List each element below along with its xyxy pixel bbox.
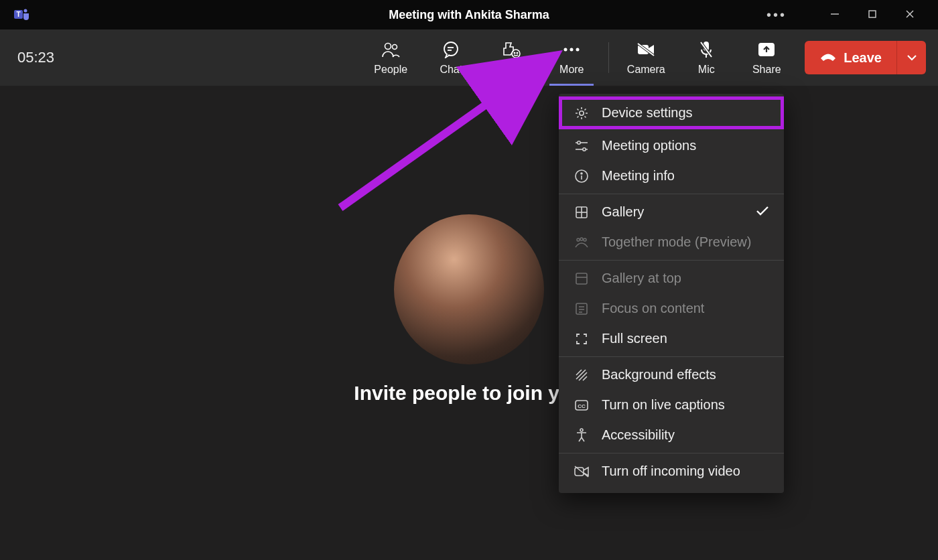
menu-accessibility[interactable]: Accessibility: [559, 420, 784, 450]
menu-label: Accessibility: [602, 427, 675, 443]
people-button[interactable]: People: [360, 29, 421, 86]
more-icon: [562, 40, 581, 60]
menu-label: Gallery: [602, 204, 644, 220]
leave-dropdown-button[interactable]: [896, 41, 926, 74]
svg-point-17: [576, 48, 580, 52]
menu-meeting-options[interactable]: Meeting options: [559, 131, 784, 161]
video-off-icon: [574, 465, 590, 478]
svg-point-2: [24, 9, 27, 13]
titlebar-more-icon[interactable]: •••: [766, 7, 787, 23]
gallery-top-icon: [574, 272, 590, 285]
menu-label: Background effects: [602, 367, 716, 382]
menu-together-mode: Together mode (Preview): [559, 227, 784, 257]
svg-line-48: [579, 372, 587, 380]
camera-off-icon: [636, 40, 656, 60]
menu-label: Together mode (Preview): [602, 234, 751, 250]
svg-point-12: [512, 50, 520, 58]
menu-separator: [559, 356, 784, 357]
more-label: More: [559, 64, 584, 76]
meeting-toolbar: 05:23 People Chat: [0, 29, 938, 86]
mic-off-icon: [698, 40, 714, 60]
info-icon: [574, 169, 590, 184]
window-title: Meeting with Ankita Sharma: [389, 8, 549, 22]
react-button[interactable]: React: [481, 29, 541, 86]
menu-label: Focus on content: [602, 301, 704, 316]
svg-text:CC: CC: [578, 403, 586, 409]
people-label: People: [374, 64, 407, 76]
menu-device-settings[interactable]: Device settings: [559, 96, 784, 129]
svg-point-52: [580, 429, 583, 431]
react-label: React: [497, 64, 525, 76]
react-icon: [501, 40, 521, 60]
participant-avatar: [394, 214, 544, 364]
checkmark-icon: [756, 204, 769, 220]
mic-button[interactable]: Mic: [676, 29, 736, 86]
menu-label: Turn off incoming video: [602, 464, 740, 479]
share-button[interactable]: Share: [736, 29, 797, 86]
camera-button[interactable]: Camera: [616, 29, 676, 86]
close-button[interactable]: [900, 8, 919, 22]
svg-text:T: T: [16, 11, 20, 18]
menu-focus-on-content: Focus on content: [559, 293, 784, 324]
menu-gallery-at-top: Gallery at top: [559, 263, 784, 293]
camera-label: Camera: [627, 64, 665, 76]
chat-button[interactable]: Chat: [421, 29, 481, 86]
svg-point-39: [584, 238, 586, 241]
fullscreen-icon: [574, 332, 590, 346]
menu-background-effects[interactable]: Background effects: [559, 360, 784, 390]
svg-point-26: [580, 111, 584, 115]
svg-rect-4: [869, 11, 876, 17]
share-label: Share: [752, 64, 781, 76]
gear-icon: [574, 106, 590, 121]
menu-separator: [559, 194, 784, 194]
menu-label: Device settings: [602, 105, 693, 121]
mic-label: Mic: [698, 64, 715, 76]
leave-button[interactable]: Leave: [805, 41, 896, 74]
captions-icon: CC: [574, 399, 590, 411]
svg-line-49: [583, 376, 587, 380]
svg-point-30: [583, 147, 586, 150]
menu-live-captions[interactable]: CC Turn on live captions: [559, 390, 784, 420]
sliders-icon: [574, 139, 590, 153]
more-button[interactable]: More: [541, 29, 602, 86]
titlebar: T Meeting with Ankita Sharma •••: [0, 0, 938, 29]
menu-label: Gallery at top: [602, 271, 681, 286]
svg-point-32: [581, 173, 582, 174]
svg-rect-40: [576, 273, 587, 284]
share-icon: [757, 40, 776, 60]
leave-label: Leave: [844, 50, 882, 66]
hangup-icon: [819, 50, 837, 66]
minimize-button[interactable]: [825, 8, 844, 22]
toolbar-divider: [608, 42, 609, 73]
svg-point-38: [580, 238, 583, 240]
menu-turn-off-incoming-video[interactable]: Turn off incoming video: [559, 456, 784, 486]
menu-label: Full screen: [602, 331, 667, 346]
meeting-stage: Invite people to join you: [0, 86, 938, 560]
chat-icon: [442, 40, 460, 60]
maximize-button[interactable]: [863, 8, 882, 22]
background-effects-icon: [574, 368, 590, 382]
menu-meeting-info[interactable]: Meeting info: [559, 161, 784, 191]
svg-point-13: [515, 52, 515, 53]
svg-point-9: [444, 42, 458, 56]
menu-gallery[interactable]: Gallery: [559, 197, 784, 227]
window-controls: •••: [766, 7, 933, 23]
grid-icon: [574, 206, 590, 219]
focus-content-icon: [574, 302, 590, 316]
chat-label: Chat: [440, 64, 462, 76]
menu-label: Turn on live captions: [602, 397, 725, 413]
together-icon: [574, 236, 590, 249]
meeting-timer: 05:23: [17, 49, 54, 66]
menu-separator: [559, 260, 784, 261]
svg-point-8: [393, 45, 397, 50]
svg-point-28: [578, 141, 580, 143]
svg-point-37: [577, 238, 580, 241]
svg-point-16: [570, 48, 574, 52]
menu-label: Meeting options: [602, 138, 696, 153]
svg-point-7: [385, 44, 391, 50]
svg-point-15: [564, 48, 567, 52]
accessibility-icon: [574, 428, 590, 443]
menu-label: Meeting info: [602, 168, 675, 184]
menu-separator: [559, 453, 784, 453]
menu-full-screen[interactable]: Full screen: [559, 324, 784, 354]
